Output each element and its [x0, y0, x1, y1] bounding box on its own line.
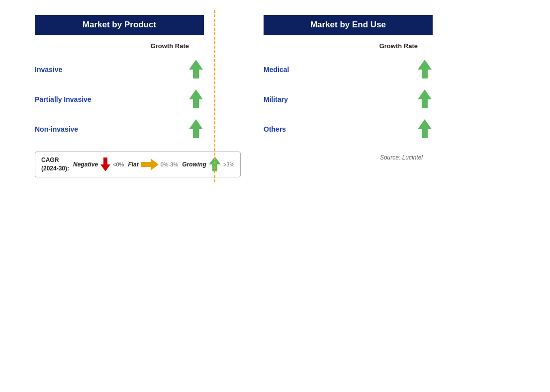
legend-cagr-label: CAGR(2024-30): — [41, 156, 69, 173]
red-down-arrow-icon — [100, 157, 111, 171]
medical-arrow-icon — [417, 60, 433, 79]
legend-growing-label: Growing — [182, 161, 206, 168]
non-invasive-arrow-icon — [188, 119, 204, 139]
legend-negative: Negative <0% — [73, 157, 124, 171]
dashed-divider — [214, 10, 215, 182]
invasive-label: Invasive — [35, 66, 62, 74]
legend-growing: Growing >3% — [182, 157, 234, 172]
others-row: Others — [264, 114, 433, 144]
legend-box: CAGR(2024-30): Negative <0% Flat 0%-3% G… — [35, 152, 241, 177]
military-arrow-icon — [417, 89, 433, 109]
military-label: Military — [264, 95, 288, 103]
source-text: Source: Lucintel — [264, 154, 433, 161]
military-row: Military — [264, 84, 433, 114]
left-panel-header: Market by Product — [35, 15, 204, 35]
legend-negative-value: <0% — [113, 161, 124, 167]
non-invasive-label: Non-invasive — [35, 125, 78, 133]
medical-row: Medical — [264, 55, 433, 84]
non-invasive-row: Non-invasive — [35, 114, 204, 144]
legend-flat-label: Flat — [128, 161, 138, 168]
partially-invasive-row: Partially Invasive — [35, 84, 204, 114]
left-growth-rate-label: Growth Rate — [35, 42, 204, 50]
right-growth-rate-label: Growth Rate — [264, 42, 433, 50]
legend-growing-value: >3% — [223, 161, 234, 167]
others-label: Others — [264, 125, 286, 133]
others-arrow-icon — [417, 119, 433, 139]
invasive-arrow-icon — [188, 60, 204, 79]
left-panel: Market by Product Growth Rate Invasive P… — [25, 10, 214, 182]
partially-invasive-arrow-icon — [188, 89, 204, 109]
partially-invasive-label: Partially Invasive — [35, 95, 92, 103]
legend-flat: Flat 0%-3% — [128, 158, 178, 171]
medical-label: Medical — [264, 66, 289, 74]
invasive-row: Invasive — [35, 55, 204, 84]
right-panel: Market by End Use Growth Rate Medical Mi… — [254, 10, 443, 182]
legend-flat-value: 0%-3% — [161, 161, 178, 167]
right-panel-header: Market by End Use — [264, 15, 433, 35]
orange-right-arrow-icon — [141, 158, 159, 171]
legend-negative-label: Negative — [73, 161, 98, 168]
